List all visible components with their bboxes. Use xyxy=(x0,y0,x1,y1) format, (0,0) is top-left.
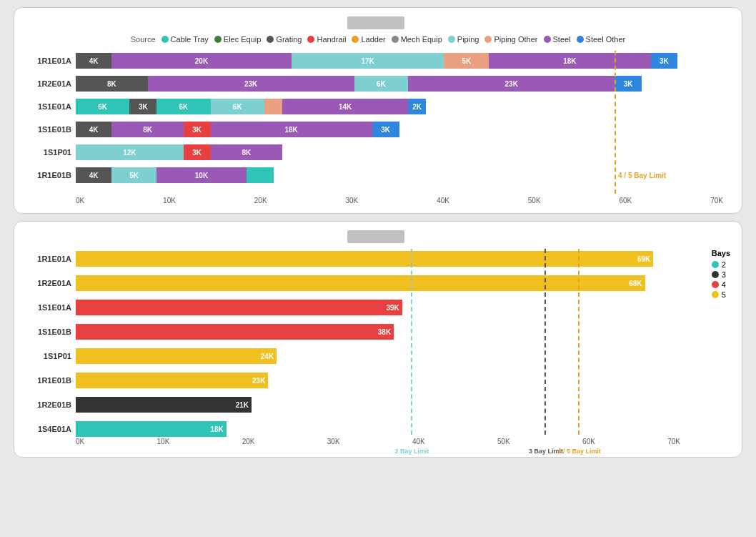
row-label: 1S1E01B xyxy=(26,125,76,134)
legend-label: Piping xyxy=(457,35,479,44)
bar-segment: 14K xyxy=(282,99,408,114)
bar-segment: 4K xyxy=(76,167,111,183)
chart1-container: SourceCable TrayElec EquipGratingHandrai… xyxy=(14,7,742,214)
bar-segment xyxy=(247,167,274,183)
legend-dot xyxy=(712,291,719,298)
bar-segment: 3K xyxy=(372,122,399,137)
bar-segment: 8K xyxy=(211,144,283,160)
legend-dot xyxy=(484,36,492,43)
legend-item-label: 2 xyxy=(722,260,726,269)
legend-item-ladder: Ladder xyxy=(352,35,385,44)
legend-label: Mech Equip xyxy=(401,35,442,44)
legend-item-steel: Steel xyxy=(544,35,571,44)
row-label: 1S1E01B xyxy=(26,327,76,336)
chart2-vline: 4 / 5 Bay Limit xyxy=(578,249,580,435)
legend-dot xyxy=(214,36,222,43)
row-label: 1S4E01A xyxy=(26,425,76,433)
table-row: 1S1E01B38K xyxy=(76,322,680,342)
vline-label: 2 Bay Limit xyxy=(395,448,429,455)
xaxis-tick: 10K xyxy=(163,197,176,205)
legend-item-steel-other: Steel Other xyxy=(577,35,626,44)
table-row: 1S1E01A39K xyxy=(76,297,680,317)
table-row: 1R1E01A69K xyxy=(76,249,680,269)
bar-segment: 5K xyxy=(444,53,489,69)
bar-track: 12K3K8K xyxy=(76,144,282,160)
row-label: 1S1P01 xyxy=(26,148,76,157)
bar-segment: 8K xyxy=(111,122,184,137)
legend-item-label: 3 xyxy=(722,270,726,279)
bar-segment: 4K xyxy=(76,122,111,137)
bar-segment: 12K xyxy=(76,144,184,160)
table-row: 1R1E01B4K5K10K xyxy=(76,165,723,185)
bar-segment: 38K xyxy=(76,324,394,340)
chart2-title-bar xyxy=(26,230,730,243)
legend-label: Ladder xyxy=(361,35,385,44)
legend-item-label: 4 xyxy=(722,280,726,289)
chart1-xaxis: 0K10K20K30K40K50K60K70K xyxy=(76,197,723,205)
chart1-legend: SourceCable TrayElec EquipGratingHandrai… xyxy=(26,35,730,44)
bar-segment: 23K xyxy=(148,76,354,92)
table-row: 1R2E01B21K xyxy=(76,395,680,415)
legend-dot xyxy=(392,36,399,43)
row-label: 1R2E01B xyxy=(26,400,76,409)
bar-segment: 3K xyxy=(129,99,156,114)
table-row: 1S4E01A18K xyxy=(76,419,680,439)
bar-segment: 3K xyxy=(184,144,211,160)
bar-segment: 4K xyxy=(76,53,111,69)
bar-segment: 6K xyxy=(211,99,264,114)
bar-segment: 3K xyxy=(184,122,211,137)
bar-track: 39K xyxy=(76,300,402,315)
legend-dot xyxy=(307,36,314,43)
chart2-wrapper: 2 Bay Limit3 Bay Limit4 / 5 Bay Limit1R1… xyxy=(26,249,730,445)
bar-segment: 3K xyxy=(615,76,642,92)
legend-dot xyxy=(448,36,455,43)
legend-item-label: 5 xyxy=(722,290,726,299)
legend-item: 4 xyxy=(712,280,730,289)
bar-segment: 2K xyxy=(408,99,426,114)
legend-label: Handrail xyxy=(317,35,346,44)
bar-track: 8K23K6K23K3K xyxy=(76,76,642,92)
legend-item-elec-equip: Elec Equip xyxy=(214,35,262,44)
bar-segment: 8K xyxy=(76,76,148,92)
legend-label: Elec Equip xyxy=(224,35,262,44)
legend-dot xyxy=(712,271,719,278)
row-label: 1R1E01A xyxy=(26,255,76,263)
bar-segment: 69K xyxy=(76,251,653,267)
bar-segment: 24K xyxy=(76,348,277,364)
xaxis-tick: 70K xyxy=(710,197,723,205)
legend-item: 5 xyxy=(712,290,730,299)
bar-segment: 39K xyxy=(76,300,402,315)
bar-segment: 6K xyxy=(354,76,408,92)
legend-dot xyxy=(712,281,719,288)
row-label: 1R1E01A xyxy=(26,56,76,65)
row-label: 1R1E01B xyxy=(26,171,76,179)
row-label: 1R2E01A xyxy=(26,79,76,88)
bar-segment: 6K xyxy=(156,99,210,114)
xaxis-tick: 40K xyxy=(437,197,449,205)
row-label: 1R2E01A xyxy=(26,279,76,287)
legend-item: 2 xyxy=(712,260,730,269)
bar-track: 6K3K6K6K14K2K xyxy=(76,99,426,114)
xaxis-tick: 50K xyxy=(528,197,541,205)
chart1-title-bar xyxy=(26,16,730,29)
legend-item-cable-tray: Cable Tray xyxy=(161,35,209,44)
legend-item-handrail: Handrail xyxy=(307,35,346,44)
legend-label: Piping Other xyxy=(494,35,537,44)
table-row: 1S1P0112K3K8K xyxy=(76,142,723,162)
bar-segment: 10K xyxy=(156,167,247,183)
bar-track: 4K8K3K18K3K xyxy=(76,122,399,137)
row-label: 1S1E01A xyxy=(26,303,76,312)
bar-segment: 18K xyxy=(489,53,650,69)
xaxis-tick: 20K xyxy=(254,197,267,205)
bar-segment xyxy=(264,99,282,114)
bar-segment: 17K xyxy=(292,53,444,69)
bar-segment: 21K xyxy=(76,397,252,413)
legend-item-grating: Grating xyxy=(267,35,302,44)
xaxis-tick: 0K xyxy=(76,197,84,205)
table-row: 1R2E01A8K23K6K23K3K xyxy=(76,74,723,94)
legend-label: Cable Tray xyxy=(171,35,209,44)
vline-label: 4 / 5 Bay Limit xyxy=(558,448,602,455)
bar-track: 24K xyxy=(76,348,277,364)
chart2-vline: 2 Bay Limit xyxy=(411,249,412,435)
bar-track: 68K xyxy=(76,275,645,291)
